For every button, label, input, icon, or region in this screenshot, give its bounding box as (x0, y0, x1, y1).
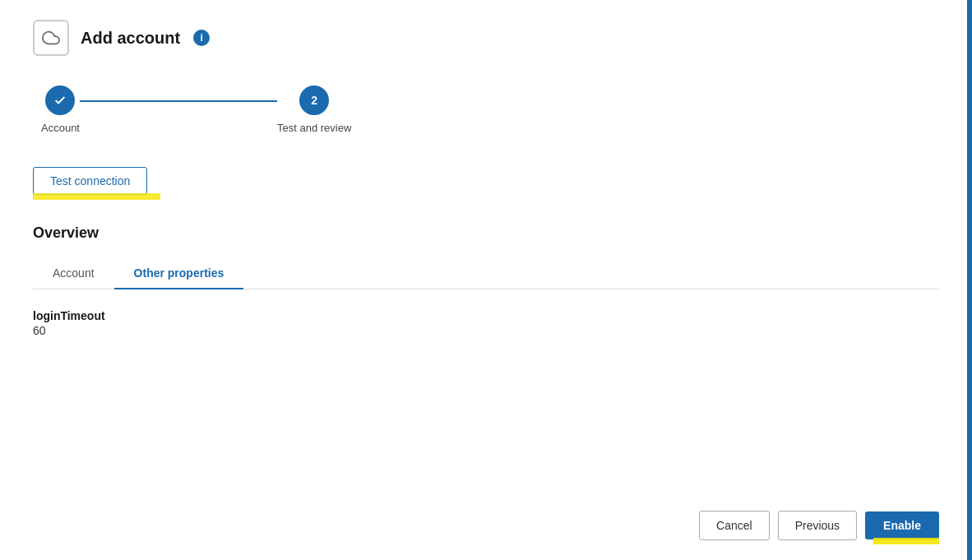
tab-other-properties[interactable]: Other properties (114, 258, 244, 289)
yellow-highlight-enable (873, 538, 939, 544)
footer-buttons: Cancel Previous Enable (699, 511, 939, 540)
enable-button[interactable]: Enable (865, 511, 939, 539)
main-content: Add account i Account 2 Test and review … (0, 0, 972, 363)
tabs: Account Other properties (33, 258, 939, 289)
overview-section: Overview Account Other properties loginT… (33, 224, 939, 337)
page-title: Add account (81, 29, 180, 48)
cancel-button[interactable]: Cancel (699, 511, 770, 540)
property-key-login-timeout: loginTimeout (33, 309, 939, 322)
test-connection-button[interactable]: Test connection (33, 167, 147, 195)
header: Add account i (33, 20, 939, 56)
property-row: loginTimeout 60 (33, 309, 939, 337)
step-test-review-label: Test and review (277, 122, 351, 134)
step-account-label: Account (41, 122, 80, 134)
overview-title: Overview (33, 224, 939, 242)
yellow-highlight-test (33, 193, 160, 200)
tab-account[interactable]: Account (33, 258, 114, 289)
cloud-icon (33, 20, 69, 56)
info-icon[interactable]: i (193, 30, 210, 46)
step-account-circle (45, 86, 75, 115)
step-account: Account (41, 86, 80, 134)
property-value-login-timeout: 60 (33, 324, 939, 337)
step-test-review: 2 Test and review (277, 86, 351, 134)
stepper: Account 2 Test and review (33, 86, 939, 134)
step-connector (80, 100, 277, 102)
step-test-review-circle: 2 (299, 86, 329, 115)
previous-button[interactable]: Previous (778, 511, 857, 540)
test-connection-wrapper: Test connection (33, 167, 147, 195)
